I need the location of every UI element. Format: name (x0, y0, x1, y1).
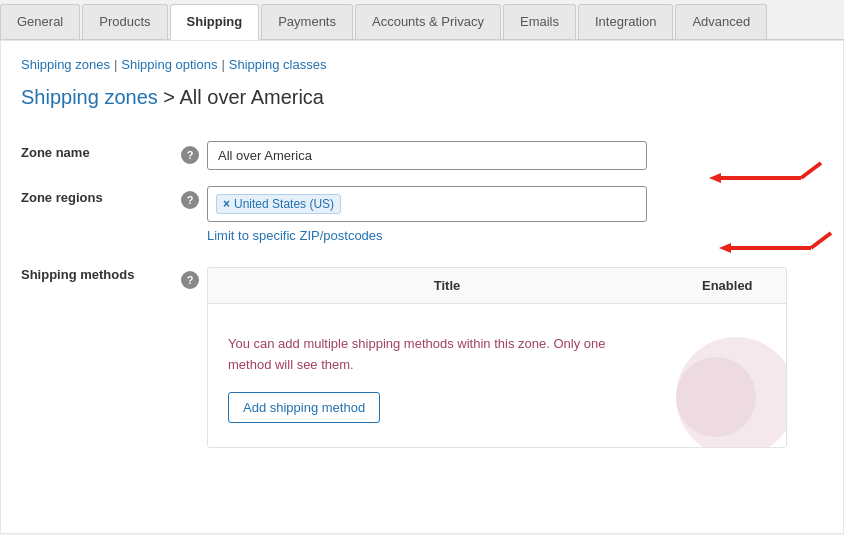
breadcrumb-current: All over America (179, 86, 324, 108)
zone-regions-row: Zone regions ? × United States (US) (21, 178, 823, 251)
zone-regions-field-row: ? × United States (US) Limit to specific… (181, 186, 823, 243)
tab-products[interactable]: Products (82, 4, 167, 39)
form-area: Zone name ? Zone regions ? (21, 133, 823, 456)
tab-shipping[interactable]: Shipping (170, 4, 260, 40)
subnav-shipping-zones[interactable]: Shipping zones (21, 57, 110, 72)
tab-integration[interactable]: Integration (578, 4, 673, 39)
shipping-methods-label: Shipping methods (21, 267, 134, 282)
tab-payments[interactable]: Payments (261, 4, 353, 39)
main-content: Shipping zones | Shipping options | Ship… (0, 40, 844, 534)
region-tag-label: United States (US) (234, 197, 334, 211)
tab-general[interactable]: General (0, 4, 80, 39)
breadcrumb: Shipping zones > All over America (21, 86, 823, 109)
shipping-methods-body: You can add multiple shipping methods wi… (208, 304, 786, 447)
zone-regions-box[interactable]: × United States (US) (207, 186, 647, 222)
zone-regions-help-icon[interactable]: ? (181, 191, 199, 209)
shipping-methods-field-row: ? Title Enabled You can add multiple shi… (181, 263, 823, 448)
zip-limit-link[interactable]: Limit to specific ZIP/postcodes (207, 228, 383, 243)
tab-emails[interactable]: Emails (503, 4, 576, 39)
zone-name-input[interactable] (207, 141, 647, 170)
zone-name-field-row: ? (181, 141, 823, 170)
zone-name-help-icon[interactable]: ? (181, 146, 199, 164)
shipping-methods-help-icon[interactable]: ? (181, 271, 199, 289)
subnav-shipping-options[interactable]: Shipping options (121, 57, 217, 72)
shipping-info-text: You can add multiple shipping methods wi… (228, 334, 648, 376)
zone-name-row: Zone name ? (21, 133, 823, 178)
region-tag-us: × United States (US) (216, 194, 341, 214)
subnav-shipping-classes[interactable]: Shipping classes (229, 57, 327, 72)
zone-regions-label: Zone regions (21, 190, 103, 205)
tab-advanced[interactable]: Advanced (675, 4, 767, 39)
sub-nav-sep-2: | (221, 57, 224, 72)
col-title-header: Title (208, 268, 686, 303)
tab-bar: General Products Shipping Payments Accou… (0, 0, 844, 40)
tab-accounts-privacy[interactable]: Accounts & Privacy (355, 4, 501, 39)
region-tag-remove[interactable]: × (223, 198, 230, 210)
breadcrumb-link[interactable]: Shipping zones (21, 86, 158, 108)
add-shipping-button[interactable]: Add shipping method (228, 392, 380, 423)
sub-nav-sep-1: | (114, 57, 117, 72)
zip-limit-link-wrapper: Limit to specific ZIP/postcodes (207, 228, 647, 243)
col-enabled-header: Enabled (686, 268, 786, 303)
shipping-methods-row: Shipping methods ? Title Enabled You can… (21, 251, 823, 456)
zone-name-label: Zone name (21, 145, 90, 160)
shipping-methods-header: Title Enabled (208, 268, 786, 304)
sub-nav: Shipping zones | Shipping options | Ship… (21, 57, 823, 72)
breadcrumb-separator: > (163, 86, 179, 108)
form-table: Zone name ? Zone regions ? (21, 133, 823, 456)
shipping-methods-table: Title Enabled You can add multiple shipp… (207, 267, 787, 448)
